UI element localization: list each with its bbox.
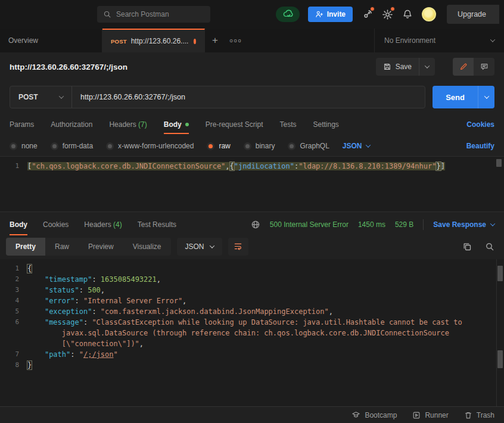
mode-raw[interactable]: raw [207, 142, 230, 150]
settings-gear-button[interactable] [381, 8, 393, 20]
request-body-editor[interactable]: 1["ch.qos.logback.core.db.JNDIConnection… [0, 156, 504, 212]
code-text: javax.sql.DataSource (through reference … [27, 328, 449, 338]
response-scrollbar-track[interactable] [496, 259, 504, 406]
mode-binary-label: binary [256, 142, 275, 150]
upgrade-button[interactable]: Upgrade [447, 5, 499, 24]
bootcamp-button[interactable]: Bootcamp [351, 410, 397, 419]
trash-button[interactable]: Trash [464, 411, 494, 419]
tab-request-active[interactable]: POST http://123.60.26.... [102, 29, 205, 52]
tab-headers[interactable]: Headers (7) [109, 113, 147, 136]
pencil-icon [459, 63, 468, 71]
chevron-down-icon [209, 243, 214, 248]
code-token [27, 350, 45, 359]
cookies-link[interactable]: Cookies [466, 120, 494, 129]
response-tab-test-results[interactable]: Test Results [138, 212, 176, 237]
response-tab-body[interactable]: Body [10, 212, 27, 237]
trash-label: Trash [477, 411, 494, 419]
workspace-tabbar: Overview POST http://123.60.26.... + ooo… [0, 29, 504, 52]
view-raw[interactable]: Raw [45, 238, 79, 256]
mode-none-label: none [21, 142, 38, 150]
tab-overview[interactable]: Overview [0, 29, 102, 52]
line-number: 4 [0, 296, 27, 306]
mode-form-data[interactable]: form-data [51, 142, 93, 150]
line-number [0, 328, 27, 338]
user-avatar[interactable] [422, 7, 436, 21]
edit-request-button[interactable] [453, 58, 474, 76]
code-text: } [27, 360, 32, 371]
tab-tests-label: Tests [279, 120, 296, 129]
view-preview[interactable]: Preview [79, 238, 123, 256]
search-response-button[interactable] [485, 242, 494, 251]
view-pretty[interactable]: Pretty [6, 238, 45, 256]
environment-selector[interactable]: No Environment [374, 29, 504, 52]
tab-request-title: http://123.60.26.... [131, 37, 189, 45]
code-text: "status": 500, [27, 285, 105, 296]
settings-notification-dot [390, 7, 395, 11]
code-token: "ch.qos.logback.core.db.JNDIConnectionSo… [32, 162, 225, 170]
wrap-text-button[interactable] [228, 238, 248, 256]
tab-tests[interactable]: Tests [279, 113, 296, 136]
mode-x-www-form-urlencoded[interactable]: x-www-form-urlencoded [106, 142, 194, 150]
tab-pre-request-script[interactable]: Pre-request Script [206, 113, 263, 136]
runner-button[interactable]: Runner [412, 411, 448, 419]
send-button[interactable]: Send [433, 86, 478, 108]
beautify-link[interactable]: Beautify [466, 142, 494, 150]
code-token [27, 297, 45, 305]
mode-graphql[interactable]: GraphQL [288, 142, 329, 150]
view-pretty-label: Pretty [15, 242, 36, 251]
tab-params[interactable]: Params [10, 113, 34, 136]
code-line: 6 "message": "ClassCastException while l… [0, 317, 504, 328]
method-selector[interactable]: POST [10, 86, 72, 108]
response-size[interactable]: 529 B [395, 220, 413, 229]
send-options-button[interactable] [478, 86, 494, 108]
chevron-down-icon [490, 37, 495, 42]
search-input[interactable]: Search Postman [97, 6, 210, 23]
tab-options-button[interactable]: ooo [225, 29, 247, 52]
view-preview-label: Preview [88, 242, 114, 251]
notifications-bell-button[interactable] [402, 8, 413, 20]
mode-binary[interactable]: binary [244, 142, 275, 150]
code-token: , [182, 297, 186, 305]
response-scrollbar-thumb[interactable] [497, 266, 503, 281]
chevron-down-icon [365, 142, 370, 147]
radio-selected-icon [207, 142, 214, 150]
request-title-row: http://123.60.26.60:32767/;/json Save [0, 52, 504, 81]
new-tab-button[interactable]: + [205, 29, 225, 52]
sync-status-button[interactable] [276, 7, 300, 22]
request-editor-scrollbar[interactable] [496, 159, 502, 167]
code-token: { [27, 265, 32, 273]
response-language-selector[interactable]: JSON [177, 238, 222, 256]
save-options-button[interactable] [419, 58, 435, 76]
response-scrollbar-thumb-2[interactable] [497, 350, 503, 368]
divider [423, 219, 424, 230]
mode-none[interactable]: none [10, 142, 38, 150]
response-tabs-row: Body Cookies Headers (4) Test Results 50… [0, 212, 504, 237]
response-body-editor[interactable]: 1{2 "timestamp": 1635085493221,3 "status… [0, 259, 504, 406]
response-time[interactable]: 1450 ms [358, 220, 385, 229]
url-input[interactable] [72, 93, 425, 101]
line-number: 7 [0, 349, 27, 360]
response-tab-headers[interactable]: Headers (4) [84, 212, 122, 237]
satellite-button[interactable] [361, 8, 373, 20]
line-number: 1 [0, 263, 27, 274]
save-response-button[interactable]: Save Response [433, 220, 494, 229]
tab-overview-label: Overview [8, 36, 38, 45]
chevron-down-icon [490, 221, 495, 226]
code-token: 500 [88, 286, 101, 294]
invite-button[interactable]: Invite [308, 7, 353, 22]
response-tab-cookies[interactable]: Cookies [43, 212, 69, 237]
mode-urlencoded-label: x-www-form-urlencoded [118, 142, 194, 150]
tab-authorization[interactable]: Authorization [51, 113, 92, 136]
copy-button[interactable] [462, 242, 472, 251]
chevron-down-icon [425, 63, 430, 68]
tab-settings[interactable]: Settings [313, 113, 338, 136]
request-language-selector[interactable]: JSON [343, 142, 370, 150]
comments-button[interactable] [474, 58, 494, 76]
code-token: "exception" [45, 307, 92, 316]
save-button[interactable]: Save [376, 58, 419, 76]
view-visualize[interactable]: Visualize [123, 238, 171, 256]
response-status[interactable]: 500 Internal Server Error [270, 220, 349, 229]
tab-body[interactable]: Body [164, 113, 189, 136]
tab-headers-label: Headers (7) [109, 120, 147, 129]
response-view-switcher: Pretty Raw Preview Visualize [6, 238, 171, 256]
